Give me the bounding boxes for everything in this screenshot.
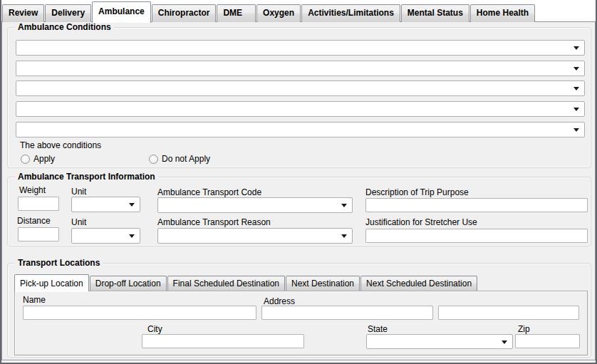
tab-delivery[interactable]: Delivery: [45, 4, 91, 22]
ambulance-conditions-group: Ambulance Conditions The above c: [7, 27, 591, 168]
radio-apply-label: Apply: [33, 154, 55, 164]
main-tabstrip: Review Delivery Ambulance Chiropractor D…: [2, 1, 536, 22]
ambulance-tab-page: Ambulance Conditions The above c: [1, 21, 596, 360]
tab-next-scheduled-destination[interactable]: Next Scheduled Destination: [360, 276, 477, 291]
weight-label: Weight: [19, 185, 46, 195]
pickup-location-page: Name Address City State Zip: [14, 291, 588, 355]
weight-unit-dropdown[interactable]: [71, 197, 140, 212]
name-input[interactable]: [23, 306, 256, 320]
stretcher-label: Justification for Stretcher Use: [365, 217, 477, 227]
radio-unchecked-icon: [149, 155, 158, 164]
radio-do-not-apply-label: Do not Apply: [162, 154, 210, 164]
tab-next-destination[interactable]: Next Destination: [286, 276, 360, 291]
condition-dropdown-3[interactable]: [16, 80, 585, 96]
tab-activities-limitations[interactable]: Activities/Limitations: [301, 4, 400, 22]
condition-dropdown-2[interactable]: [16, 61, 585, 76]
ambulance-assessment-window: Review Delivery Ambulance Chiropractor D…: [0, 0, 597, 364]
dropdown-arrow-icon: [573, 87, 579, 90]
city-input[interactable]: [142, 334, 304, 348]
tab-mental-status[interactable]: Mental Status: [401, 4, 469, 22]
trip-purpose-input[interactable]: [365, 198, 588, 212]
tab-dme[interactable]: DME: [217, 4, 256, 22]
weight-unit-label: Unit: [71, 187, 86, 197]
tab-ambulance[interactable]: Ambulance: [92, 1, 151, 23]
condition-dropdown-1[interactable]: [16, 40, 585, 56]
radio-do-not-apply[interactable]: Do not Apply: [149, 154, 210, 164]
radio-apply[interactable]: Apply: [21, 154, 55, 164]
radio-unchecked-icon: [21, 155, 30, 164]
state-dropdown[interactable]: [366, 334, 513, 349]
condition-dropdown-5[interactable]: [16, 122, 585, 137]
distance-unit-dropdown[interactable]: [71, 228, 140, 244]
weight-input[interactable]: [18, 197, 59, 211]
dropdown-arrow-icon: [573, 108, 579, 111]
dropdown-arrow-icon: [573, 128, 579, 132]
state-label: State: [368, 324, 388, 334]
address-input[interactable]: [261, 306, 433, 320]
transport-info-title: Ambulance Transport Information: [15, 172, 158, 182]
transport-locations-title: Transport Locations: [15, 258, 103, 268]
transport-code-label: Ambulance Transport Code: [157, 187, 261, 197]
tab-dropoff-location[interactable]: Drop-off Location: [90, 276, 167, 291]
stretcher-input[interactable]: [365, 229, 588, 243]
dropdown-arrow-icon: [502, 340, 507, 344]
distance-unit-label: Unit: [71, 217, 86, 227]
zip-label: Zip: [518, 324, 530, 334]
trip-purpose-label: Description of Trip Purpose: [365, 187, 469, 197]
tab-chiropractor[interactable]: Chiropractor: [152, 4, 217, 22]
tab-final-scheduled-destination[interactable]: Final Scheduled Destination: [167, 276, 285, 291]
dropdown-arrow-icon: [341, 234, 347, 238]
location-tabstrip: Pick-up Location Drop-off Location Final…: [14, 274, 478, 291]
city-label: City: [147, 324, 162, 334]
transport-locations-group: Transport Locations Pick-up Location Dro…: [7, 263, 591, 358]
tab-review[interactable]: Review: [2, 4, 44, 22]
transport-code-dropdown[interactable]: [157, 197, 353, 213]
ambulance-conditions-title: Ambulance Conditions: [15, 22, 114, 32]
dropdown-arrow-icon: [573, 67, 579, 71]
dropdown-arrow-icon: [129, 203, 135, 207]
transport-reason-label: Ambulance Transport Reason: [157, 217, 271, 227]
tab-oxygen[interactable]: Oxygen: [256, 4, 301, 22]
transport-reason-dropdown[interactable]: [157, 228, 353, 244]
dropdown-arrow-icon: [129, 234, 135, 238]
transport-info-group: Ambulance Transport Information Weight U…: [7, 177, 591, 246]
address2-input[interactable]: [438, 306, 579, 320]
zip-input[interactable]: [515, 334, 580, 348]
conditions-prompt-label: The above conditions: [20, 140, 101, 150]
condition-dropdown-4[interactable]: [16, 101, 585, 117]
tab-pickup-location[interactable]: Pick-up Location: [14, 274, 89, 291]
distance-input[interactable]: [18, 227, 59, 241]
name-label: Name: [23, 295, 46, 305]
address-label: Address: [264, 296, 295, 306]
distance-label: Distance: [17, 216, 51, 226]
dropdown-arrow-icon: [573, 46, 579, 50]
dropdown-arrow-icon: [341, 204, 347, 207]
tab-home-health[interactable]: Home Health: [470, 4, 535, 22]
